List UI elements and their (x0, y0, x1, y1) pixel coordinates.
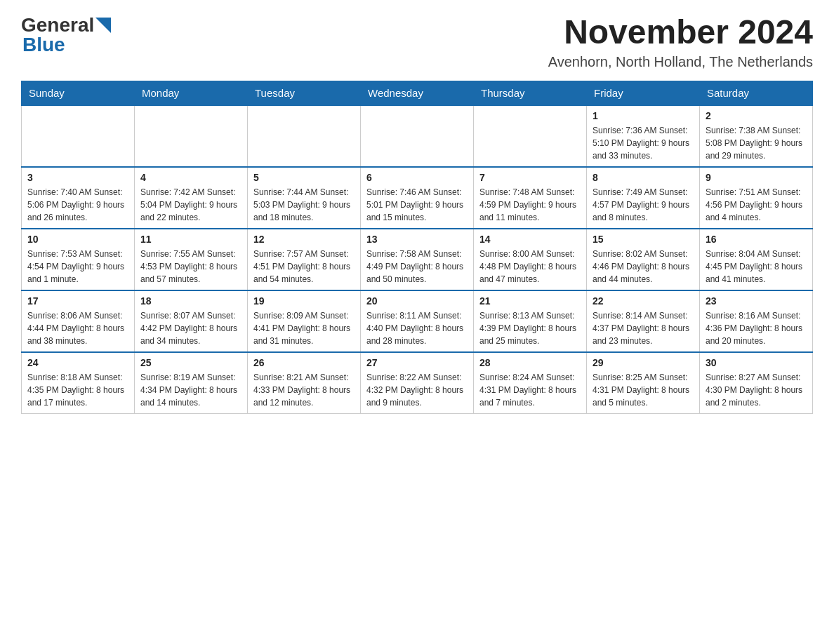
day-info: Sunrise: 8:00 AM Sunset: 4:48 PM Dayligh… (479, 248, 581, 286)
day-number: 3 (27, 172, 128, 183)
week-row-1: 1Sunrise: 7:36 AM Sunset: 5:10 PM Daylig… (22, 105, 813, 167)
calendar-cell: 10Sunrise: 7:53 AM Sunset: 4:54 PM Dayli… (22, 229, 135, 290)
day-info: Sunrise: 8:24 AM Sunset: 4:31 PM Dayligh… (479, 371, 581, 409)
calendar-cell (248, 105, 361, 167)
day-info: Sunrise: 8:27 AM Sunset: 4:30 PM Dayligh… (706, 371, 807, 409)
calendar-cell: 8Sunrise: 7:49 AM Sunset: 4:57 PM Daylig… (587, 167, 700, 229)
calendar-cell: 7Sunrise: 7:48 AM Sunset: 4:59 PM Daylig… (474, 167, 587, 229)
day-info: Sunrise: 8:06 AM Sunset: 4:44 PM Dayligh… (27, 309, 128, 347)
day-number: 11 (140, 234, 241, 245)
day-info: Sunrise: 7:53 AM Sunset: 4:54 PM Dayligh… (27, 248, 128, 286)
day-info: Sunrise: 7:48 AM Sunset: 4:59 PM Dayligh… (479, 186, 581, 224)
day-info: Sunrise: 8:25 AM Sunset: 4:31 PM Dayligh… (593, 371, 694, 409)
month-title: November 2024 (548, 14, 813, 51)
day-info: Sunrise: 8:21 AM Sunset: 4:33 PM Dayligh… (253, 371, 355, 409)
day-number: 20 (366, 295, 468, 307)
calendar-cell: 16Sunrise: 8:04 AM Sunset: 4:45 PM Dayli… (700, 229, 813, 290)
day-info: Sunrise: 7:38 AM Sunset: 5:08 PM Dayligh… (706, 124, 807, 162)
day-info: Sunrise: 7:49 AM Sunset: 4:57 PM Dayligh… (593, 186, 694, 224)
day-number: 12 (253, 234, 355, 245)
logo-triangle-icon (95, 18, 111, 33)
day-info: Sunrise: 7:57 AM Sunset: 4:51 PM Dayligh… (253, 248, 355, 286)
calendar-cell: 11Sunrise: 7:55 AM Sunset: 4:53 PM Dayli… (135, 229, 248, 290)
calendar-cell: 28Sunrise: 8:24 AM Sunset: 4:31 PM Dayli… (474, 352, 587, 414)
page-header: General Blue November 2024 Avenhorn, Nor… (21, 14, 813, 70)
calendar-cell: 14Sunrise: 8:00 AM Sunset: 4:48 PM Dayli… (474, 229, 587, 290)
day-info: Sunrise: 8:07 AM Sunset: 4:42 PM Dayligh… (140, 309, 241, 347)
day-number: 28 (479, 357, 581, 368)
day-info: Sunrise: 7:44 AM Sunset: 5:03 PM Dayligh… (253, 186, 355, 224)
day-info: Sunrise: 8:13 AM Sunset: 4:39 PM Dayligh… (479, 309, 581, 347)
calendar-cell: 5Sunrise: 7:44 AM Sunset: 5:03 PM Daylig… (248, 167, 361, 229)
day-info: Sunrise: 7:36 AM Sunset: 5:10 PM Dayligh… (593, 124, 694, 162)
weekday-header-row: SundayMondayTuesdayWednesdayThursdayFrid… (22, 81, 813, 105)
calendar-cell: 23Sunrise: 8:16 AM Sunset: 4:36 PM Dayli… (700, 290, 813, 352)
day-info: Sunrise: 8:19 AM Sunset: 4:34 PM Dayligh… (140, 371, 241, 409)
day-number: 30 (706, 357, 807, 368)
weekday-header-wednesday: Wednesday (361, 81, 474, 105)
calendar-cell: 29Sunrise: 8:25 AM Sunset: 4:31 PM Dayli… (587, 352, 700, 414)
week-row-4: 17Sunrise: 8:06 AM Sunset: 4:44 PM Dayli… (22, 290, 813, 352)
day-number: 10 (27, 234, 128, 245)
day-number: 8 (593, 172, 694, 183)
day-number: 27 (366, 357, 468, 368)
day-number: 26 (253, 357, 355, 368)
weekday-header-tuesday: Tuesday (248, 81, 361, 105)
weekday-header-sunday: Sunday (22, 81, 135, 105)
calendar-cell: 20Sunrise: 8:11 AM Sunset: 4:40 PM Dayli… (361, 290, 474, 352)
week-row-3: 10Sunrise: 7:53 AM Sunset: 4:54 PM Dayli… (22, 229, 813, 290)
day-number: 15 (593, 234, 694, 245)
day-info: Sunrise: 8:04 AM Sunset: 4:45 PM Dayligh… (706, 248, 807, 286)
day-number: 22 (593, 295, 694, 307)
day-info: Sunrise: 7:46 AM Sunset: 5:01 PM Dayligh… (366, 186, 468, 224)
calendar-cell: 4Sunrise: 7:42 AM Sunset: 5:04 PM Daylig… (135, 167, 248, 229)
day-number: 29 (593, 357, 694, 368)
day-number: 14 (479, 234, 581, 245)
day-number: 9 (706, 172, 807, 183)
logo: General Blue (21, 14, 111, 56)
week-row-5: 24Sunrise: 8:18 AM Sunset: 4:35 PM Dayli… (22, 352, 813, 414)
day-number: 17 (27, 295, 128, 307)
day-info: Sunrise: 7:51 AM Sunset: 4:56 PM Dayligh… (706, 186, 807, 224)
calendar-cell: 3Sunrise: 7:40 AM Sunset: 5:06 PM Daylig… (22, 167, 135, 229)
day-info: Sunrise: 7:42 AM Sunset: 5:04 PM Dayligh… (140, 186, 241, 224)
day-info: Sunrise: 8:18 AM Sunset: 4:35 PM Dayligh… (27, 371, 128, 409)
day-number: 16 (706, 234, 807, 245)
day-number: 1 (593, 110, 694, 121)
day-info: Sunrise: 7:55 AM Sunset: 4:53 PM Dayligh… (140, 248, 241, 286)
calendar-cell: 1Sunrise: 7:36 AM Sunset: 5:10 PM Daylig… (587, 105, 700, 167)
subtitle: Avenhorn, North Holland, The Netherlands (548, 54, 813, 70)
day-number: 5 (253, 172, 355, 183)
calendar-cell: 26Sunrise: 8:21 AM Sunset: 4:33 PM Dayli… (248, 352, 361, 414)
calendar-cell: 13Sunrise: 7:58 AM Sunset: 4:49 PM Dayli… (361, 229, 474, 290)
calendar-cell: 12Sunrise: 7:57 AM Sunset: 4:51 PM Dayli… (248, 229, 361, 290)
logo-blue: Blue (21, 34, 65, 56)
day-info: Sunrise: 8:02 AM Sunset: 4:46 PM Dayligh… (593, 248, 694, 286)
calendar-cell: 24Sunrise: 8:18 AM Sunset: 4:35 PM Dayli… (22, 352, 135, 414)
calendar-cell: 2Sunrise: 7:38 AM Sunset: 5:08 PM Daylig… (700, 105, 813, 167)
calendar-cell: 27Sunrise: 8:22 AM Sunset: 4:32 PM Dayli… (361, 352, 474, 414)
calendar-cell: 25Sunrise: 8:19 AM Sunset: 4:34 PM Dayli… (135, 352, 248, 414)
day-number: 18 (140, 295, 241, 307)
weekday-header-friday: Friday (587, 81, 700, 105)
calendar-cell: 15Sunrise: 8:02 AM Sunset: 4:46 PM Dayli… (587, 229, 700, 290)
day-info: Sunrise: 7:58 AM Sunset: 4:49 PM Dayligh… (366, 248, 468, 286)
day-info: Sunrise: 8:11 AM Sunset: 4:40 PM Dayligh… (366, 309, 468, 347)
calendar-cell (474, 105, 587, 167)
day-info: Sunrise: 8:14 AM Sunset: 4:37 PM Dayligh… (593, 309, 694, 347)
calendar-cell: 22Sunrise: 8:14 AM Sunset: 4:37 PM Dayli… (587, 290, 700, 352)
weekday-header-thursday: Thursday (474, 81, 587, 105)
calendar-cell (135, 105, 248, 167)
day-info: Sunrise: 7:40 AM Sunset: 5:06 PM Dayligh… (27, 186, 128, 224)
calendar-cell: 18Sunrise: 8:07 AM Sunset: 4:42 PM Dayli… (135, 290, 248, 352)
calendar-table: SundayMondayTuesdayWednesdayThursdayFrid… (21, 81, 813, 414)
calendar-cell: 6Sunrise: 7:46 AM Sunset: 5:01 PM Daylig… (361, 167, 474, 229)
calendar-cell (361, 105, 474, 167)
day-number: 25 (140, 357, 241, 368)
day-number: 21 (479, 295, 581, 307)
day-number: 19 (253, 295, 355, 307)
weekday-header-monday: Monday (135, 81, 248, 105)
weekday-header-saturday: Saturday (700, 81, 813, 105)
calendar-cell: 9Sunrise: 7:51 AM Sunset: 4:56 PM Daylig… (700, 167, 813, 229)
day-number: 23 (706, 295, 807, 307)
